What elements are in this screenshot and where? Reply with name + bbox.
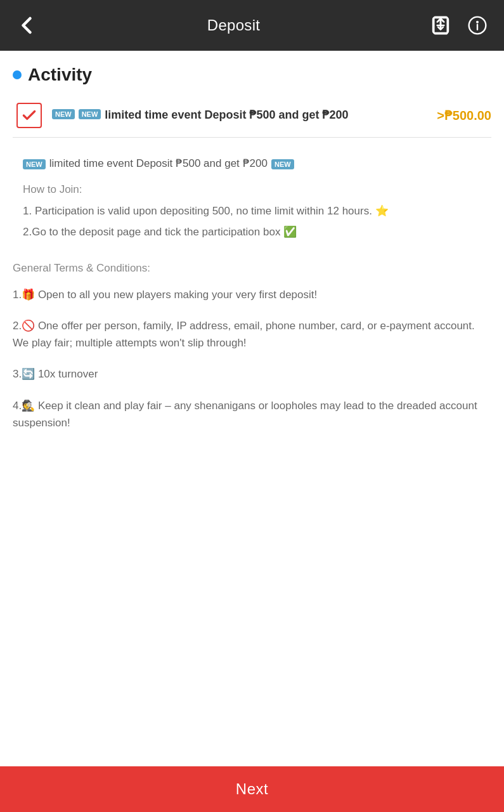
app-header: Deposit [0, 0, 504, 51]
info-icon[interactable] [463, 11, 491, 39]
event-badge-left: NEW [23, 159, 46, 169]
promo-checkbox[interactable] [16, 103, 42, 128]
term-item-4: 4.🕵️ Keep it clean and play fair – any s… [13, 397, 491, 431]
divider-1 [13, 137, 491, 138]
header-actions [427, 11, 491, 39]
event-badge-right: NEW [271, 159, 294, 169]
activity-section-header: Activity [0, 51, 504, 96]
term-item-3: 3.🔄 10x turnover [13, 365, 491, 383]
event-detail-title-text: limited time event Deposit ₱500 and get … [49, 155, 268, 172]
terms-title: General Terms & Conditions: [13, 262, 491, 275]
event-detail-title-row: NEW limited time event Deposit ₱500 and … [23, 155, 481, 172]
promo-info: NEW NEW limited time event Deposit ₱500 … [46, 108, 432, 122]
how-to-join-step-1: 1. Participation is valid upon depositin… [23, 202, 481, 219]
how-to-join-label: How to Join: [23, 183, 481, 196]
term-item-1: 1.🎁 Open to all you new players making y… [13, 286, 491, 303]
how-to-join-section: How to Join: 1. Participation is valid u… [23, 183, 481, 240]
promo-row: NEW NEW limited time event Deposit ₱500 … [0, 96, 504, 134]
activity-dot [13, 70, 22, 79]
back-button[interactable] [13, 11, 41, 39]
page-title: Deposit [207, 16, 260, 34]
activity-title: Activity [28, 65, 92, 85]
promo-title-row: NEW NEW limited time event Deposit ₱500 … [52, 108, 432, 122]
upload-icon[interactable] [427, 11, 455, 39]
terms-section: General Terms & Conditions: 1.🎁 Open to … [0, 262, 504, 431]
promo-amount: >₱500.00 [432, 108, 491, 123]
main-content: Activity NEW NEW limited time event Depo… [0, 51, 504, 766]
how-to-join-step-2: 2.Go to the deposit page and tick the pa… [23, 223, 481, 240]
new-badge-2: NEW [79, 109, 101, 119]
term-item-2: 2.🚫 One offer per person, family, IP add… [13, 317, 491, 351]
promo-text: limited time event Deposit ₱500 and get … [105, 108, 348, 122]
next-button[interactable]: Next [0, 766, 504, 812]
new-badge-1: NEW [52, 109, 75, 119]
promo-checkbox-area[interactable] [13, 103, 46, 128]
event-detail-box: NEW limited time event Deposit ₱500 and … [13, 144, 491, 256]
